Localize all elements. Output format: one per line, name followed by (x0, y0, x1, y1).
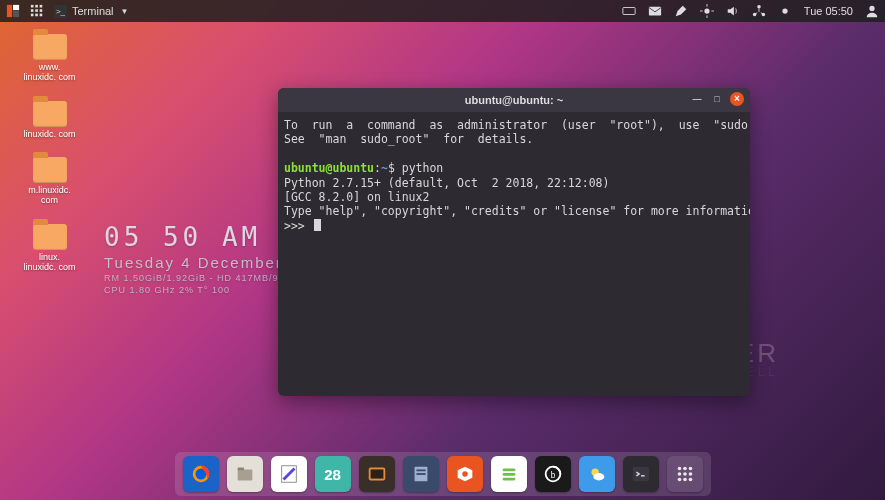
calendar-badge: 28 (324, 466, 341, 483)
dock-text-editor[interactable] (271, 456, 307, 492)
svg-point-22 (782, 8, 787, 13)
svg-point-49 (688, 472, 692, 476)
prompt-sep: : (374, 161, 381, 175)
svg-rect-33 (416, 473, 425, 475)
svg-rect-37 (502, 478, 515, 481)
terminal-line: [GCC 8.2.0] on linux2 (284, 190, 429, 204)
clock[interactable]: Tue 05:50 (804, 5, 853, 17)
minimize-button[interactable]: — (690, 92, 704, 106)
dock-firefox[interactable] (183, 456, 219, 492)
svg-rect-10 (35, 14, 38, 17)
svg-point-34 (462, 471, 468, 477)
terminal-line: See "man sudo_root" for details. (284, 132, 533, 146)
dock-todo[interactable] (403, 456, 439, 492)
terminal-appicon: >_ (54, 5, 67, 18)
dock-media[interactable] (359, 456, 395, 492)
edit-icon[interactable] (674, 4, 688, 18)
desktop-folder[interactable]: www. linuxidc. com (22, 28, 77, 83)
svg-rect-35 (502, 469, 515, 472)
svg-rect-2 (13, 11, 19, 17)
activities-icon[interactable] (6, 4, 20, 18)
svg-rect-1 (13, 5, 19, 10)
dock-files[interactable] (227, 456, 263, 492)
prompt-path: ~ (381, 161, 388, 175)
folder-icon (33, 224, 67, 250)
svg-point-50 (677, 478, 681, 482)
desktop-folder-label: linux. linuxidc. com (22, 252, 77, 273)
dock-calendar[interactable]: 28 (315, 456, 351, 492)
svg-point-14 (704, 8, 709, 13)
svg-rect-11 (40, 14, 43, 17)
desktop-folder-label: www. linuxidc. com (22, 62, 77, 83)
conky-time: 05 50 AM (104, 222, 306, 252)
folder-icon (33, 101, 67, 127)
volume-icon[interactable] (726, 4, 740, 18)
svg-point-41 (593, 473, 604, 480)
svg-rect-9 (31, 14, 34, 17)
svg-rect-26 (237, 469, 252, 480)
close-button[interactable]: × (730, 92, 744, 106)
apps-grid-icon[interactable] (30, 4, 44, 18)
terminal-title: ubuntu@ubuntu: ~ (465, 94, 563, 106)
folder-icon (33, 157, 67, 183)
svg-point-23 (869, 6, 874, 11)
svg-point-52 (688, 478, 692, 482)
dock-tweaks[interactable] (491, 456, 527, 492)
keyboard-icon[interactable] (622, 4, 636, 18)
svg-rect-36 (502, 473, 515, 476)
prompt-user: ubuntu@ubuntu (284, 161, 374, 175)
dock-backup[interactable]: b (535, 456, 571, 492)
svg-rect-5 (40, 5, 43, 8)
desktop-icons: www. linuxidc. com linuxidc. com m.linux… (22, 28, 77, 272)
svg-rect-32 (416, 469, 425, 471)
desktop-folder[interactable]: m.linuxidc. com (22, 151, 77, 206)
svg-rect-0 (7, 5, 12, 17)
svg-text:b: b (550, 471, 555, 480)
terminal-line: To run a command as administrator (user … (284, 118, 750, 132)
terminal-window[interactable]: ubuntu@ubuntu: ~ — □ × To run a command … (278, 88, 750, 396)
terminal-body[interactable]: To run a command as administrator (user … (278, 112, 750, 396)
terminal-titlebar[interactable]: ubuntu@ubuntu: ~ — □ × (278, 88, 750, 112)
terminal-cursor (314, 219, 321, 231)
svg-point-45 (683, 467, 687, 471)
svg-point-51 (683, 478, 687, 482)
maximize-button[interactable]: □ (710, 92, 724, 106)
app-menu[interactable]: >_ Terminal ▼ (54, 5, 129, 18)
network-icon[interactable] (752, 4, 766, 18)
svg-rect-30 (370, 469, 383, 478)
svg-point-44 (677, 467, 681, 471)
folder-icon (33, 34, 67, 60)
svg-rect-12 (623, 8, 635, 15)
terminal-command: python (402, 161, 444, 175)
dock-weather[interactable] (579, 456, 615, 492)
terminal-repl-prompt: >>> (284, 219, 312, 233)
mail-icon[interactable] (648, 4, 662, 18)
conky-widget: 05 50 AM Tuesday 4 December RM 1.50GiB/1… (104, 222, 306, 295)
conky-date: Tuesday 4 December (104, 254, 306, 271)
svg-rect-7 (35, 9, 38, 12)
top-panel: >_ Terminal ▼ Tue 05:50 (0, 0, 885, 22)
desktop-folder[interactable]: linux. linuxidc. com (22, 218, 77, 273)
nightlight-icon[interactable] (778, 4, 792, 18)
svg-rect-13 (649, 7, 661, 16)
dock-software[interactable] (447, 456, 483, 492)
dock: 28 b (175, 452, 711, 496)
svg-rect-42 (632, 467, 649, 482)
desktop-folder-label: m.linuxidc. com (22, 185, 77, 206)
desktop-folder[interactable]: linuxidc. com (22, 95, 77, 139)
terminal-line: Type "help", "copyright", "credits" or "… (284, 204, 750, 218)
svg-point-48 (683, 472, 687, 476)
svg-rect-8 (40, 9, 43, 12)
app-menu-label: Terminal (72, 5, 114, 17)
svg-rect-6 (31, 9, 34, 12)
svg-rect-3 (31, 5, 34, 8)
dock-apps[interactable] (667, 456, 703, 492)
brightness-icon[interactable] (700, 4, 714, 18)
terminal-line: Python 2.7.15+ (default, Oct 2 2018, 22:… (284, 176, 609, 190)
chevron-down-icon: ▼ (121, 7, 129, 16)
user-icon[interactable] (865, 4, 879, 18)
dock-terminal[interactable] (623, 456, 659, 492)
svg-point-47 (677, 472, 681, 476)
conky-cpu: CPU 1.80 GHz 2% T° 100 (104, 285, 306, 295)
svg-point-46 (688, 467, 692, 471)
